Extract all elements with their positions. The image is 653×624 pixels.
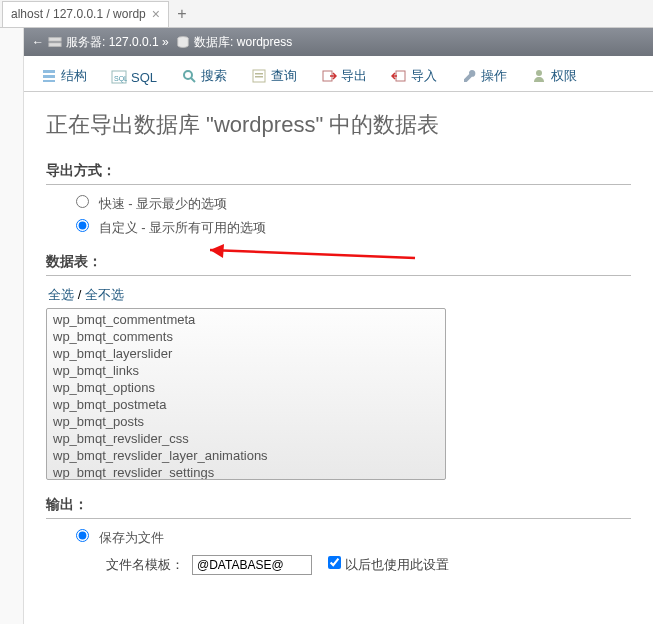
tab-sql[interactable]: SQL SQL xyxy=(100,62,168,91)
tab-label: 导出 xyxy=(341,67,367,85)
browser-tab[interactable]: alhost / 127.0.0.1 / wordp × xyxy=(2,1,169,27)
radio-savefile-label[interactable]: 保存为文件 xyxy=(76,530,164,545)
query-icon xyxy=(251,68,267,84)
browser-tab-title: alhost / 127.0.0.1 / wordp xyxy=(11,7,146,21)
use-later-checkbox[interactable] xyxy=(328,556,341,569)
table-option[interactable]: wp_bmqt_postmeta xyxy=(49,396,443,413)
table-option[interactable]: wp_bmqt_comments xyxy=(49,328,443,345)
svg-point-8 xyxy=(184,71,192,79)
tab-label: 操作 xyxy=(481,67,507,85)
close-icon[interactable]: × xyxy=(152,6,160,22)
use-later-label: 以后也使用此设置 xyxy=(345,557,449,572)
tab-privileges[interactable]: 权限 xyxy=(520,60,588,91)
table-option[interactable]: wp_bmqt_links xyxy=(49,362,443,379)
radio-label-text: 保存为文件 xyxy=(99,530,164,545)
table-option[interactable]: wp_bmqt_revslider_layer_animations xyxy=(49,447,443,464)
radio-label-text: 自定义 - 显示所有可用的选项 xyxy=(99,220,267,235)
tab-label: SQL xyxy=(131,70,157,85)
tab-label: 权限 xyxy=(551,67,577,85)
table-option[interactable]: wp_bmqt_commentmeta xyxy=(49,311,443,328)
back-arrow-icon[interactable]: ← xyxy=(32,35,44,49)
svg-rect-1 xyxy=(49,43,61,47)
export-method-heading: 导出方式： xyxy=(46,162,631,185)
table-option[interactable]: wp_bmqt_layerslider xyxy=(49,345,443,362)
server-label: 服务器: xyxy=(66,34,105,51)
search-icon xyxy=(181,68,197,84)
svg-rect-14 xyxy=(396,71,405,81)
tables-multiselect[interactable]: wp_bmqt_commentmetawp_bmqt_commentswp_bm… xyxy=(46,308,446,480)
wrench-icon xyxy=(461,68,477,84)
svg-rect-5 xyxy=(43,80,55,82)
svg-rect-0 xyxy=(49,38,61,42)
output-heading: 输出： xyxy=(46,496,631,519)
svg-rect-12 xyxy=(255,76,263,78)
tab-label: 查询 xyxy=(271,67,297,85)
tab-structure[interactable]: 结构 xyxy=(30,60,98,91)
radio-custom[interactable] xyxy=(76,219,89,232)
nav-tabs: 结构 SQL SQL 搜索 查询 导出 导入 操作 权限 xyxy=(24,56,653,92)
svg-point-15 xyxy=(536,70,542,76)
radio-label-text: 快速 - 显示最少的选项 xyxy=(99,196,228,211)
breadcrumb: ← 服务器: 127.0.0.1 » 数据库: wordpress xyxy=(24,28,653,56)
tab-label: 导入 xyxy=(411,67,437,85)
radio-save-file[interactable] xyxy=(76,529,89,542)
left-sidebar-gutter xyxy=(0,28,24,624)
svg-rect-11 xyxy=(255,73,263,75)
tab-query[interactable]: 查询 xyxy=(240,60,308,91)
export-icon xyxy=(321,68,337,84)
privileges-icon xyxy=(531,68,547,84)
new-tab-button[interactable]: + xyxy=(169,5,195,23)
tab-label: 结构 xyxy=(61,67,87,85)
svg-line-9 xyxy=(191,78,195,82)
import-icon xyxy=(391,68,407,84)
svg-rect-4 xyxy=(43,75,55,78)
table-option[interactable]: wp_bmqt_posts xyxy=(49,413,443,430)
unselect-all-link[interactable]: 全不选 xyxy=(85,287,124,302)
tab-operations[interactable]: 操作 xyxy=(450,60,518,91)
database-icon xyxy=(176,35,190,49)
radio-custom-label[interactable]: 自定义 - 显示所有可用的选项 xyxy=(76,220,266,235)
db-value[interactable]: wordpress xyxy=(237,35,292,49)
table-option[interactable]: wp_bmqt_revslider_css xyxy=(49,430,443,447)
server-value[interactable]: 127.0.0.1 xyxy=(109,35,159,49)
structure-icon xyxy=(41,68,57,84)
svg-rect-3 xyxy=(43,70,55,73)
table-option[interactable]: wp_bmqt_revslider_settings xyxy=(49,464,443,480)
tab-label: 搜索 xyxy=(201,67,227,85)
page-title: 正在导出数据库 "wordpress" 中的数据表 xyxy=(46,110,631,140)
tables-heading: 数据表： xyxy=(46,253,631,276)
svg-text:SQL: SQL xyxy=(114,75,127,83)
tab-search[interactable]: 搜索 xyxy=(170,60,238,91)
select-all-link[interactable]: 全选 xyxy=(48,287,74,302)
server-icon xyxy=(48,35,62,49)
breadcrumb-sep: » xyxy=(162,35,169,49)
filename-template-label: 文件名模板： xyxy=(106,556,184,574)
tab-export[interactable]: 导出 xyxy=(310,60,378,91)
radio-quick[interactable] xyxy=(76,195,89,208)
filename-template-input[interactable] xyxy=(192,555,312,575)
table-option[interactable]: wp_bmqt_options xyxy=(49,379,443,396)
tab-import[interactable]: 导入 xyxy=(380,60,448,91)
sql-icon: SQL xyxy=(111,69,127,85)
radio-quick-label[interactable]: 快速 - 显示最少的选项 xyxy=(76,196,227,211)
db-label: 数据库: xyxy=(194,34,233,51)
